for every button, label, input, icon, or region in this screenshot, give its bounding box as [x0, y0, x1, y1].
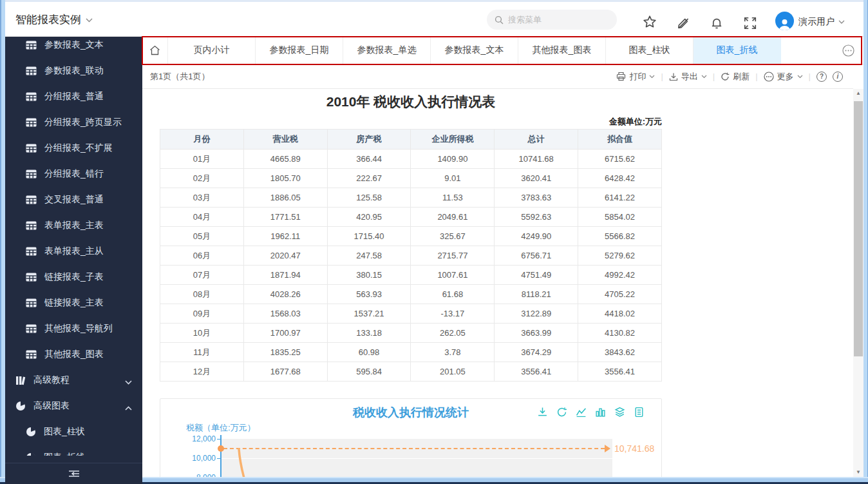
fullscreen-icon[interactable] [742, 15, 759, 32]
sidebar-item-其他报表_图表[interactable]: 其他报表_图表 [5, 342, 142, 367]
table-cell: 04月 [160, 208, 244, 227]
bell-icon[interactable] [708, 15, 725, 32]
table-row: 11月1835.2560.983.783674.293843.62 [160, 343, 662, 362]
column-header-拟合值: 拟合值 [578, 130, 662, 150]
edit-slash-icon[interactable] [675, 15, 692, 32]
sidebar-item-label: 其他报表_图表 [44, 349, 104, 360]
line-type-icon[interactable] [576, 407, 587, 420]
table-report-icon [26, 41, 37, 50]
chevron-down-icon [125, 380, 132, 385]
table-cell: 1871.94 [243, 266, 327, 285]
stack-type-icon[interactable] [614, 407, 625, 420]
sidebar-item-分组报表_普通[interactable]: 分组报表_普通 [5, 84, 142, 110]
sidebar-item-其他报表_导航列[interactable]: 其他报表_导航列 [5, 316, 142, 342]
table-cell: -13.17 [411, 304, 495, 324]
tab-其他报表_图表[interactable]: 其他报表_图表 [518, 37, 606, 64]
separator: | [713, 72, 715, 81]
tab-参数报表_日期[interactable]: 参数报表_日期 [256, 37, 343, 64]
scroll-up-arrow[interactable]: ▲ [853, 90, 863, 96]
sidebar-item-参数报表_文本[interactable]: 参数报表_文本 [5, 37, 142, 58]
home-tab[interactable] [142, 37, 168, 64]
search-box[interactable] [487, 10, 617, 30]
table-cell: 9.01 [411, 169, 495, 188]
sidebar-item-图表_折线[interactable]: 图表_折线 [5, 445, 142, 456]
app-title: 智能报表实例 [15, 12, 81, 27]
table-cell: 07月 [160, 266, 244, 285]
table-cell: 5566.82 [578, 227, 662, 246]
chart-panel: 税收收入执行情况统计 税额（单位:万元） 12,000 10,000 8,000… [160, 398, 662, 477]
sidebar-item-交叉报表_普通[interactable]: 交叉报表_普通 [5, 187, 142, 213]
y-axis-name: 税额（单位:万元） [186, 422, 256, 434]
table-cell: 3663.99 [495, 324, 578, 343]
more-button[interactable]: 更多 [764, 71, 803, 82]
chevron-down-icon [838, 20, 845, 24]
table-cell: 60.98 [327, 343, 411, 362]
table-cell: 11月 [160, 343, 244, 362]
table-cell: 06月 [160, 246, 244, 266]
refresh-button[interactable]: 刷新 [721, 71, 750, 82]
bar-type-icon[interactable] [595, 407, 606, 420]
collapse-sidebar-button[interactable] [5, 463, 142, 484]
table-cell: 247.58 [327, 246, 411, 266]
tab-页内小计[interactable]: 页内小计 [168, 37, 256, 64]
tab-图表_柱状[interactable]: 图表_柱状 [606, 37, 693, 64]
table-cell: 3674.29 [495, 343, 578, 362]
table-report-icon [26, 273, 37, 282]
sidebar-item-表单报表_主表[interactable]: 表单报表_主表 [5, 213, 142, 238]
table-cell: 08月 [160, 285, 244, 304]
table-cell: 563.93 [327, 285, 411, 304]
pie-chart-icon [26, 427, 36, 437]
sidebar-item-label: 其他报表_导航列 [44, 323, 113, 334]
sidebar-item-高级图表[interactable]: 高级图表 [5, 393, 142, 419]
print-button[interactable]: 打印 [616, 71, 655, 82]
axis-tick [217, 439, 220, 440]
sidebar-item-label: 表单报表_主表 [44, 220, 104, 231]
report-content: 2010年 税收收入执行情况表 金额单位:万元 月份营业税房产税企业所得税总计拟… [142, 89, 853, 477]
vertical-scrollbar[interactable]: ▲ ▼ [853, 89, 863, 477]
scrollbar-thumb[interactable] [854, 101, 863, 356]
sidebar-item-链接报表_子表[interactable]: 链接报表_子表 [5, 264, 142, 290]
tab-参数报表_文本[interactable]: 参数报表_文本 [431, 37, 518, 64]
table-cell: 12月 [160, 362, 244, 382]
app-title-dropdown[interactable]: 智能报表实例 [15, 12, 93, 27]
markline-arrow [605, 445, 610, 452]
data-view-icon[interactable] [634, 407, 645, 420]
restore-icon[interactable] [556, 407, 567, 420]
avatar[interactable] [775, 12, 794, 30]
sidebar-item-图表_柱状[interactable]: 图表_柱状 [5, 419, 142, 445]
table-cell: 4130.82 [578, 324, 662, 343]
sidebar-item-高级教程[interactable]: 高级教程 [5, 367, 142, 393]
help-circle-icon[interactable]: ? [816, 72, 827, 82]
pie-chart-icon [26, 452, 36, 456]
table-report-icon [26, 144, 37, 153]
user-menu[interactable]: 演示用户 [798, 16, 845, 28]
sidebar-item-链接报表_主表[interactable]: 链接报表_主表 [5, 290, 142, 316]
save-image-icon[interactable] [537, 407, 548, 420]
table-cell: 133.18 [327, 324, 411, 343]
star-icon[interactable] [641, 14, 658, 30]
table-cell: 8118.21 [495, 285, 578, 304]
export-button[interactable]: 导出 [669, 71, 707, 82]
table-report-icon [26, 92, 37, 101]
table-cell: 6428.42 [578, 169, 662, 188]
sidebar-item-分组报表_不扩展[interactable]: 分组报表_不扩展 [5, 135, 142, 161]
separator: | [809, 72, 811, 81]
ellipsis-circle-icon[interactable] [842, 44, 854, 59]
table-cell: 125.58 [327, 188, 411, 208]
table-cell: 3.78 [411, 343, 495, 362]
tab-list: 页内小计参数报表_日期参数报表_单选参数报表_文本其他报表_图表图表_柱状图表_… [168, 37, 781, 64]
tab-图表_折线[interactable]: 图表_折线 [693, 37, 781, 64]
table-cell: 6715.62 [578, 150, 662, 169]
tab-参数报表_单选[interactable]: 参数报表_单选 [343, 37, 431, 64]
column-header-营业税: 营业税 [243, 130, 327, 150]
table-cell: 2715.77 [411, 246, 495, 266]
sidebar-item-参数报表_联动[interactable]: 参数报表_联动 [5, 58, 142, 84]
sidebar-item-分组报表_错行[interactable]: 分组报表_错行 [5, 161, 142, 187]
info-circle-icon[interactable]: i [833, 72, 843, 82]
column-header-月份: 月份 [160, 130, 244, 150]
search-input[interactable] [508, 15, 605, 24]
table-row: 05月1962.111715.40325.674249.905566.82 [160, 227, 662, 246]
sidebar-item-表单报表_主从[interactable]: 表单报表_主从 [5, 238, 142, 264]
sidebar-item-分组报表_跨页显示[interactable]: 分组报表_跨页显示 [5, 110, 142, 135]
scroll-down-arrow[interactable]: ▼ [853, 469, 863, 475]
